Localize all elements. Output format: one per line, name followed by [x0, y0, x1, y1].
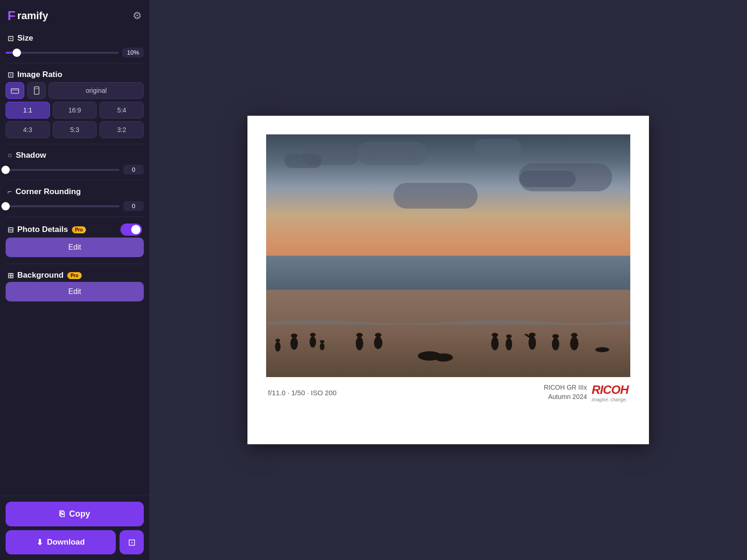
svg-point-7 — [310, 333, 316, 336]
divider-1 — [6, 63, 144, 63]
save-button[interactable]: ⊡ — [120, 530, 144, 554]
corner-icon: ⌐ — [7, 188, 12, 196]
camera-model-text: RICOH GR IIIx Autumn 2024 — [544, 383, 587, 401]
background-header-row: ⊞ Background Pro — [6, 266, 144, 282]
shadow-icon: ○ — [7, 151, 12, 160]
ratio-1-1-button[interactable]: 1:1 — [6, 102, 50, 119]
photo-details-footer: f/11.0 · 1/50 · ISO 200 RICOH GR IIIx Au… — [266, 377, 630, 402]
camera-date: Autumn 2024 — [544, 392, 587, 402]
svg-point-11 — [356, 333, 363, 337]
size-value: 10% — [122, 48, 144, 57]
svg-point-9 — [320, 340, 324, 343]
background-icon: ⊞ — [7, 271, 14, 280]
landscape-orientation-button[interactable] — [6, 82, 24, 99]
ratio-row-1: 1:1 16:9 5:4 — [6, 102, 144, 119]
ratio-3-2-button[interactable]: 3:2 — [99, 121, 144, 138]
size-header: ⊡ Size — [6, 29, 144, 46]
logo-text: ramify — [17, 10, 48, 22]
divider-2 — [6, 144, 144, 144]
corner-rounding-section: ⌐ Corner Rounding 0 — [6, 182, 144, 215]
svg-point-15 — [434, 353, 453, 361]
corner-slider-thumb[interactable] — [1, 202, 10, 210]
ratio-row-2: 4:3 5:3 3:2 — [6, 121, 144, 138]
divider-3 — [6, 180, 144, 181]
corner-slider[interactable] — [6, 205, 120, 207]
download-button[interactable]: ⬇ Download — [6, 530, 116, 554]
ratio-4-3-button[interactable]: 4:3 — [6, 121, 50, 138]
background-section: ⊞ Background Pro Edit — [6, 266, 144, 306]
photo-details-toggle[interactable] — [120, 224, 142, 236]
photo-details-section: ⊟ Photo Details Pro Edit — [6, 219, 144, 262]
background-pro-badge: Pro — [67, 272, 82, 279]
ricoh-logo: RICOH imagine. change. — [592, 383, 628, 402]
size-slider[interactable] — [6, 52, 119, 54]
svg-point-13 — [375, 333, 381, 337]
svg-point-27 — [595, 347, 609, 352]
svg-rect-0 — [11, 89, 19, 93]
silhouettes-svg — [266, 231, 630, 377]
download-icon: ⬇ — [36, 538, 43, 547]
copy-button[interactable]: ⎘ Copy — [6, 502, 144, 526]
background-header: ⊞ Background Pro — [7, 271, 82, 280]
portrait-orientation-button[interactable] — [27, 82, 46, 99]
bottom-buttons: ⎘ Copy ⬇ Download ⊡ — [0, 496, 149, 560]
cloud-7 — [474, 139, 521, 155]
ricoh-wordmark: RICOH — [592, 383, 628, 397]
ratio-5-3-button[interactable]: 5:3 — [53, 121, 97, 138]
copy-icon: ⎘ — [59, 509, 64, 519]
shadow-section: ○ Shadow 0 — [6, 146, 144, 178]
photo-details-edit-button[interactable]: Edit — [6, 238, 144, 257]
image-ratio-section: ⊡ Image Ratio original 1:1 16:9 — [6, 65, 144, 142]
logo-icon: F — [7, 8, 15, 23]
photo-details-row: ⊟ Photo Details Pro — [6, 219, 144, 238]
settings-button[interactable]: ⚙ — [133, 10, 142, 22]
orient-row: original — [6, 82, 144, 99]
cloud-6 — [394, 183, 478, 209]
divider-5 — [6, 264, 144, 264]
size-label: Size — [17, 34, 33, 43]
sidebar: Framify ⚙ ⊡ Size 10% ⊡ Image Ratio — [0, 0, 149, 560]
size-icon: ⊡ — [7, 34, 14, 43]
download-label: Download — [47, 538, 85, 547]
svg-rect-2 — [34, 87, 39, 94]
svg-point-24 — [552, 334, 559, 338]
shadow-slider-row: 0 — [6, 163, 144, 178]
svg-point-16 — [491, 336, 499, 350]
svg-point-8 — [320, 343, 324, 350]
cloud-5 — [520, 171, 576, 187]
background-edit-button[interactable]: Edit — [6, 282, 144, 301]
shadow-label: Shadow — [16, 151, 46, 160]
corner-rounding-header: ⌐ Corner Rounding — [6, 182, 144, 199]
svg-point-23 — [552, 338, 559, 350]
shadow-slider-thumb[interactable] — [1, 166, 10, 174]
corner-value: 0 — [123, 201, 144, 211]
svg-point-18 — [506, 338, 512, 350]
image-ratio-label: Image Ratio — [17, 70, 62, 79]
ratio-5-4-button[interactable]: 5:4 — [99, 102, 144, 119]
size-slider-thumb[interactable] — [13, 49, 21, 57]
sidebar-content: ⊡ Size 10% ⊡ Image Ratio — [0, 29, 149, 496]
background-label: Background — [17, 271, 63, 280]
camera-model: RICOH GR IIIx — [544, 383, 587, 392]
shadow-slider[interactable] — [6, 169, 120, 171]
svg-point-12 — [374, 336, 382, 349]
svg-point-25 — [570, 336, 578, 350]
cloud-2 — [284, 154, 322, 168]
original-ratio-button[interactable]: original — [49, 82, 144, 99]
ratio-16-9-button[interactable]: 16:9 — [53, 102, 97, 119]
photo-frame: f/11.0 · 1/50 · ISO 200 RICOH GR IIIx Au… — [247, 116, 649, 444]
corner-slider-row: 0 — [6, 199, 144, 215]
size-section: ⊡ Size 10% — [6, 29, 144, 61]
camera-brand: RICOH GR IIIx Autumn 2024 RICOH imagine.… — [544, 383, 628, 402]
logo-bar: Framify ⚙ — [0, 0, 149, 29]
size-slider-row: 10% — [6, 46, 144, 61]
svg-point-28 — [275, 342, 281, 351]
image-ratio-header: ⊡ Image Ratio — [6, 65, 144, 82]
svg-point-29 — [275, 339, 280, 342]
divider-4 — [6, 217, 144, 217]
beach-photo — [266, 134, 630, 377]
photo-exif: f/11.0 · 1/50 · ISO 200 — [268, 389, 337, 397]
svg-point-4 — [290, 337, 298, 350]
ricoh-tagline: imagine. change. — [592, 397, 628, 402]
ratio-grid: original 1:1 16:9 5:4 4:3 5:3 3:2 — [6, 82, 144, 142]
